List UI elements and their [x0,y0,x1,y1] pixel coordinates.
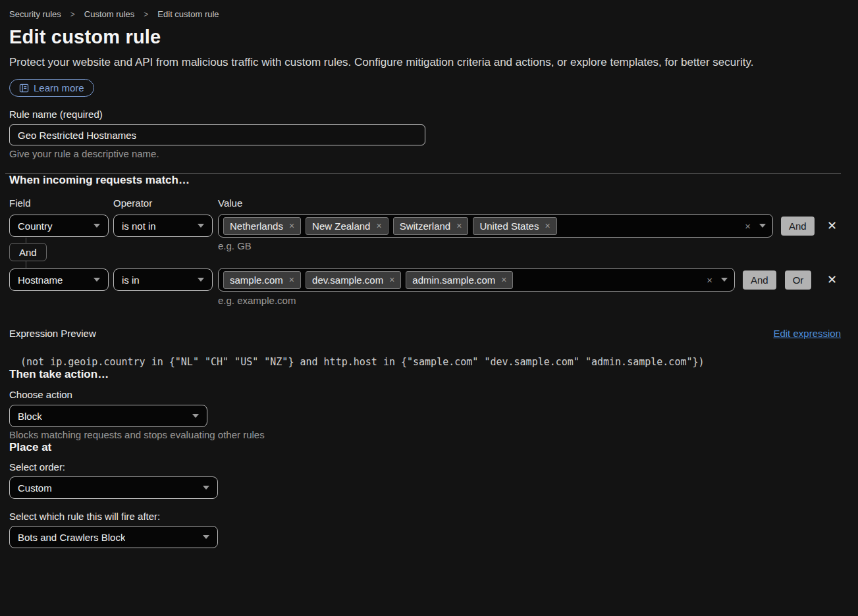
add-or-condition-button[interactable]: Or [785,270,812,290]
chevron-down-icon [198,224,204,228]
value-hint-row-2: e.g. example.com [218,295,841,307]
value-multiselect[interactable]: sample.com × dev.sample.com × admin.samp… [218,268,735,292]
operator-select-value: is in [122,274,140,286]
tag-remove-icon[interactable]: × [389,274,394,285]
field-select[interactable]: Country [9,215,109,237]
operator-select[interactable]: is in [113,269,213,291]
value-tag: United States × [473,217,556,235]
fire-after-select-value: Bots and Crawlers Block [18,532,125,543]
edit-custom-rule-page: Security rules > Custom rules > Edit cus… [0,0,858,548]
match-row-2: Hostname is in sample.com × dev.sample.c… [9,268,841,292]
fire-after-select[interactable]: Bots and Crawlers Block [9,526,218,548]
order-select[interactable]: Custom [9,476,218,499]
match-row-1: Country is not in Netherlands × New Zeal… [9,214,841,238]
book-icon [19,84,29,93]
tag-label: dev.sample.com [312,274,383,286]
delete-row-icon[interactable]: ✕ [827,220,837,232]
breadcrumb-separator: > [144,10,148,19]
value-tag: admin.sample.com × [406,271,513,289]
chevron-down-icon [203,535,209,539]
value-tag: Switzerland × [393,217,469,235]
add-and-condition-button[interactable]: And [743,270,776,290]
expression-preview-header: Expression Preview Edit expression [9,328,841,339]
add-and-condition-button[interactable]: And [781,217,815,236]
value-tag: New Zealand × [306,217,389,235]
operator-select-value: is not in [122,220,156,232]
action-hint: Blocks matching requests and stops evalu… [9,429,841,441]
operator-column-label: Operator [113,197,218,209]
chevron-down-icon [203,486,209,490]
field-select-value: Country [18,220,53,232]
value-tag: sample.com × [223,271,301,289]
and-connector-button[interactable]: And [9,243,47,261]
page-title: Edit custom rule [9,26,841,48]
action-select[interactable]: Block [9,405,207,427]
chevron-down-icon [94,224,100,228]
tag-remove-icon[interactable]: × [376,220,381,231]
choose-action-label: Choose action [9,389,841,401]
action-select-value: Block [18,411,42,422]
rule-name-label: Rule name (required) [9,109,841,120]
match-section-heading: When incoming requests match… [9,174,841,187]
chevron-down-icon [192,414,199,418]
delete-row-icon[interactable]: ✕ [827,274,837,286]
chevron-down-icon [94,278,100,282]
tag-label: United States [479,220,539,232]
action-section-heading: Then take action… [9,368,841,381]
tag-label: Switzerland [400,220,451,232]
breadcrumb-custom-rules[interactable]: Custom rules [84,9,135,19]
operator-select[interactable]: is not in [113,215,213,237]
rule-name-hint: Give your rule a descriptive name. [9,148,841,160]
select-order-label: Select order: [9,461,841,473]
tag-label: Netherlands [230,220,283,232]
match-column-labels: Field Operator Value [9,197,841,209]
tag-label: New Zealand [312,220,370,232]
value-multiselect[interactable]: Netherlands × New Zealand × Switzerland … [218,214,773,238]
tag-remove-icon[interactable]: × [289,220,294,231]
tag-remove-icon[interactable]: × [501,274,506,285]
order-select-value: Custom [18,482,52,494]
tag-label: sample.com [230,274,283,286]
fire-after-label: Select which rule this will fire after: [9,511,841,523]
breadcrumb-current: Edit custom rule [157,9,219,19]
expression-code: (not ip.geoip.country in {"NL" "CH" "US"… [9,356,841,368]
field-select-value: Hostname [18,274,63,286]
chevron-down-icon [721,278,728,282]
learn-more-label: Learn more [34,82,84,93]
clear-values-icon[interactable]: × [741,220,755,232]
breadcrumb-separator: > [70,10,75,19]
field-select[interactable]: Hostname [9,269,109,291]
chevron-down-icon [198,278,204,282]
expression-preview-label: Expression Preview [9,328,96,339]
learn-more-button[interactable]: Learn more [9,79,94,97]
tag-label: admin.sample.com [412,274,495,286]
value-column-label: Value [218,197,242,209]
connector-line [26,238,26,243]
chevron-down-icon [759,224,766,228]
page-description: Protect your website and API from malici… [9,56,841,69]
breadcrumb: Security rules > Custom rules > Edit cus… [9,9,841,19]
clear-values-icon[interactable]: × [703,274,716,286]
breadcrumb-security-rules[interactable]: Security rules [9,9,61,19]
value-tag: dev.sample.com × [306,271,401,289]
rule-name-input[interactable] [9,124,425,145]
tag-remove-icon[interactable]: × [545,220,550,231]
tag-remove-icon[interactable]: × [289,274,294,285]
connector-zone: And e.g. GB [9,238,841,268]
value-tag: Netherlands × [223,217,301,235]
placement-section-heading: Place at [9,441,841,454]
field-column-label: Field [9,197,113,209]
edit-expression-link[interactable]: Edit expression [773,328,841,339]
tag-remove-icon[interactable]: × [456,220,462,231]
connector-line [26,261,26,268]
value-hint-row-1: e.g. GB [218,240,252,252]
